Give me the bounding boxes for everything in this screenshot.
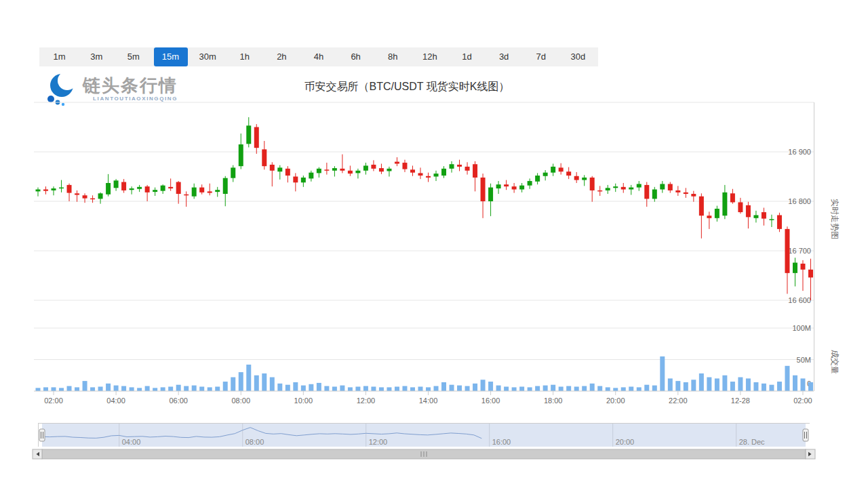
volume-bar bbox=[762, 384, 766, 391]
candle-down bbox=[75, 193, 79, 195]
candle-up bbox=[130, 188, 134, 190]
volume-bar bbox=[395, 386, 399, 391]
volume-bar bbox=[293, 382, 298, 391]
candle-down bbox=[684, 192, 688, 194]
x-axis-label: 14:00 bbox=[419, 396, 438, 405]
candle-down bbox=[285, 169, 290, 176]
candle-up bbox=[769, 219, 774, 220]
candle-up bbox=[355, 171, 360, 174]
volume-bar bbox=[83, 381, 87, 391]
volume-bar bbox=[231, 378, 235, 391]
candle-down bbox=[465, 167, 470, 171]
candle-up bbox=[753, 215, 758, 218]
volume-bar bbox=[543, 386, 548, 391]
volume-bar bbox=[535, 386, 540, 391]
candle-down bbox=[762, 212, 766, 218]
candle-down bbox=[379, 168, 384, 171]
navigator-x-label: 20:00 bbox=[616, 438, 635, 446]
volume-bar bbox=[722, 375, 727, 391]
candle-down bbox=[293, 177, 298, 183]
candle-up bbox=[59, 188, 64, 189]
volume-bar bbox=[309, 384, 313, 391]
candle-up bbox=[629, 188, 633, 190]
candle-down bbox=[512, 186, 517, 189]
volume-bar bbox=[176, 385, 181, 391]
x-axis-label: 18:00 bbox=[544, 396, 563, 405]
volume-bar bbox=[340, 386, 344, 391]
volume-bar bbox=[668, 378, 673, 391]
candle-up bbox=[528, 181, 532, 186]
candle-up bbox=[582, 178, 587, 180]
candle-up bbox=[450, 164, 454, 169]
x-axis-label: 02:00 bbox=[44, 396, 63, 405]
volume-bar bbox=[637, 387, 642, 391]
volume-bar bbox=[161, 387, 165, 391]
price-axis-label: 16 800 bbox=[788, 197, 811, 205]
candle-up bbox=[192, 188, 197, 197]
candle-up bbox=[434, 174, 439, 176]
candle-down bbox=[208, 191, 212, 192]
volume-bar bbox=[738, 378, 743, 391]
candle-up bbox=[161, 186, 165, 191]
navigator-handle-right[interactable] bbox=[803, 429, 808, 441]
volume-bar bbox=[317, 383, 321, 391]
volume-bar bbox=[457, 386, 462, 391]
volume-bar bbox=[52, 387, 56, 391]
x-axis-label: 12:00 bbox=[357, 396, 376, 405]
volume-bar bbox=[262, 373, 267, 391]
volume-bar bbox=[348, 387, 353, 391]
volume-bar bbox=[675, 381, 680, 391]
candle-up bbox=[277, 167, 282, 171]
volume-bar bbox=[753, 382, 758, 391]
volume-bar bbox=[402, 386, 407, 391]
volume-bar bbox=[434, 386, 439, 391]
volume-axis-label: 100M bbox=[792, 324, 811, 332]
candle-down bbox=[738, 202, 743, 212]
volume-bar bbox=[270, 378, 275, 391]
volume-bar bbox=[450, 385, 454, 391]
volume-bar bbox=[98, 386, 103, 391]
candle-down bbox=[699, 197, 704, 216]
volume-bar bbox=[324, 386, 329, 391]
candle-up bbox=[722, 192, 727, 216]
candle-down bbox=[644, 185, 649, 199]
volume-bar bbox=[691, 380, 696, 391]
volume-bar bbox=[473, 384, 477, 391]
candle-down bbox=[426, 176, 431, 178]
volume-bar bbox=[223, 382, 228, 391]
volume-bar bbox=[715, 378, 719, 391]
candle-down bbox=[566, 171, 571, 176]
candle-down bbox=[675, 190, 680, 192]
volume-bar bbox=[387, 387, 391, 391]
navigator-handle-left[interactable] bbox=[39, 429, 45, 441]
navigator-x-label: 28. Dec bbox=[739, 438, 765, 446]
volume-bar bbox=[379, 387, 384, 391]
candle-up bbox=[98, 193, 103, 199]
price-axis-label: 16 600 bbox=[788, 296, 811, 304]
volume-bar bbox=[215, 386, 220, 391]
candle-down bbox=[254, 127, 259, 148]
candle-up bbox=[52, 188, 56, 190]
volume-bar bbox=[606, 387, 610, 391]
x-axis-label: 04:00 bbox=[106, 396, 125, 405]
candle-up bbox=[137, 187, 142, 189]
candle-up bbox=[246, 125, 251, 144]
volume-bar bbox=[145, 386, 150, 391]
volume-bar bbox=[192, 386, 197, 391]
candle-up bbox=[637, 184, 642, 187]
volume-bar bbox=[512, 387, 517, 391]
volume-bar bbox=[355, 386, 360, 391]
volume-bar bbox=[652, 386, 657, 391]
candle-down bbox=[777, 215, 782, 228]
volume-bar bbox=[246, 365, 251, 391]
page: 1m3m5m15m30m1h2h4h6h8h12h1d3d7d30d 链头条行情… bbox=[0, 0, 868, 488]
candle-down bbox=[590, 178, 595, 190]
candle-down bbox=[597, 190, 602, 192]
volume-bar bbox=[504, 386, 509, 391]
volume-bar bbox=[410, 387, 415, 391]
candle-up bbox=[317, 169, 321, 174]
x-axis-label: 16:00 bbox=[481, 396, 500, 405]
volume-bar bbox=[582, 386, 587, 391]
candle-down bbox=[668, 184, 673, 190]
candle-down bbox=[324, 169, 329, 171]
